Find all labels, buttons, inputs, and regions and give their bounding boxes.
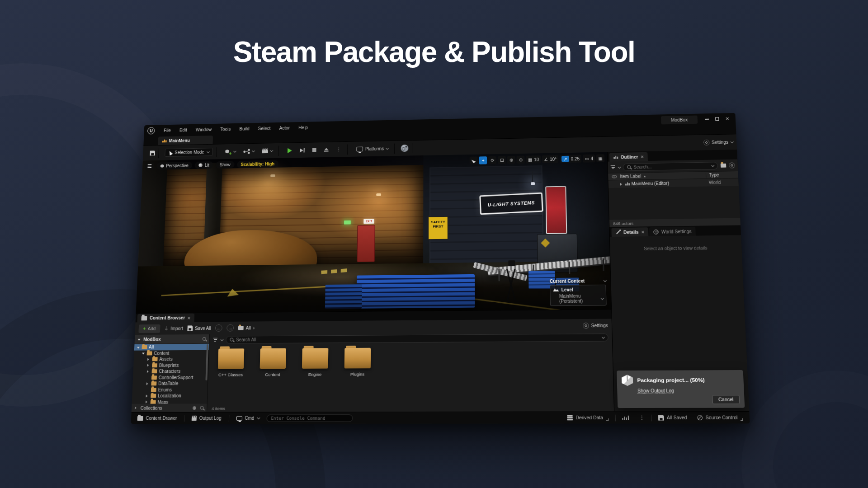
tab-details[interactable]: Details × [611,227,648,237]
rotation-snap-toggle[interactable]: ∠10° [542,155,558,163]
expand-arrow-icon[interactable] [620,183,623,185]
save-icon[interactable] [150,150,155,155]
search-icon[interactable] [200,406,203,409]
show-dropdown[interactable]: Show [216,161,235,169]
search-icon[interactable] [203,337,206,341]
tree-item-blueprints[interactable]: Blueprints [133,362,208,368]
add-collection-icon[interactable]: ⊕ [192,405,197,411]
steam-publish-tool-icon[interactable] [401,145,409,152]
chevron-down-icon[interactable] [711,164,714,167]
outliner-search-input[interactable] [633,163,709,169]
content-drawer-button[interactable]: Content Drawer [133,413,180,424]
settings-dropdown[interactable]: Settings [712,140,728,145]
close-icon[interactable]: × [641,155,644,159]
menu-actor[interactable]: Actor [275,124,294,132]
cinematics-dropdown[interactable] [259,147,275,155]
surface-snapping-toggle[interactable]: ⊙ [517,156,525,164]
close-button[interactable]: × [726,117,729,121]
asset-folder-plugins[interactable]: Plugins [341,348,374,377]
grid-snap-toggle[interactable]: ▦10 [526,155,541,164]
scalability-dropdown[interactable]: Scalability: High [237,160,278,169]
eject-button[interactable] [321,146,331,153]
outliner-empty-space[interactable] [609,186,740,220]
select-tool[interactable] [470,157,478,165]
play-options-kebab[interactable]: ⋮ [334,145,344,154]
tree-item-enums[interactable]: Enums [132,386,208,393]
status-kebab-menu[interactable]: ⋮ [635,412,648,423]
menu-build[interactable]: Build [236,125,254,133]
tree-item-all[interactable]: All [134,344,209,350]
menu-file[interactable]: File [160,126,175,134]
outliner-settings-gear-icon[interactable] [729,162,735,168]
save-all-button[interactable]: Save All [187,325,211,331]
back-button[interactable]: ← [215,324,222,332]
collections-section[interactable]: Collections ⊕ [132,404,207,412]
all-saved-button[interactable]: All Saved [654,412,691,423]
world-coordinate-toggle[interactable]: ⊕ [507,156,515,164]
scale-tool[interactable]: ⊡ [498,156,506,164]
cmd-dropdown[interactable]: Cmd [232,412,263,424]
tree-item-assets[interactable]: Assets [134,356,209,362]
maximize-viewport-toggle[interactable]: ▦ [596,154,605,162]
menu-select[interactable]: Select [254,124,274,132]
tree-item-datatable[interactable]: DataTable [132,380,208,387]
filter-icon[interactable] [213,338,217,342]
visibility-column[interactable] [608,175,620,178]
menu-edit[interactable]: Edit [175,126,191,134]
viewport[interactable]: U-LIGHT SYSTEMS SAFETY FIRST EXIT [136,152,612,313]
new-folder-button[interactable] [721,163,726,167]
lit-dropdown[interactable]: Lit [195,161,213,169]
console-command-input[interactable] [271,415,348,420]
source-control-button[interactable]: Source Control [693,412,747,423]
forward-button[interactable]: → [227,324,234,332]
tree-item-localization[interactable]: Localization [132,393,207,399]
add-actor-dropdown[interactable]: + [222,148,238,156]
minimize-button[interactable] [705,119,709,120]
tab-content-browser[interactable]: Content Browser × [137,314,195,323]
performance-chart-button[interactable] [618,412,633,423]
tab-outliner[interactable]: Outliner × [609,152,648,162]
perspective-dropdown[interactable]: Perspective [156,162,193,169]
show-output-log-link[interactable]: Show Output Log [637,388,674,394]
close-icon[interactable]: × [188,315,191,320]
asset-folder-cpp-classes[interactable]: C++ Classes [214,348,247,377]
cancel-button[interactable]: Cancel [712,395,740,404]
asset-search-input[interactable] [236,335,599,342]
frame-skip-button[interactable] [297,147,307,154]
filter-icon[interactable] [611,165,615,169]
asset-folder-engine[interactable]: Engine [299,348,332,377]
menu-tools[interactable]: Tools [216,125,235,133]
tree-item-maps[interactable]: Maps [132,399,207,404]
tree-item-characters[interactable]: Characters [133,368,208,375]
unreal-engine-logo-icon[interactable]: U [147,127,155,134]
menu-help[interactable]: Help [294,123,311,131]
viewport-options-menu[interactable] [145,163,155,170]
selection-mode-dropdown[interactable]: Selection Mode [165,148,213,157]
output-log-button[interactable]: Output Log [188,413,226,424]
tree-item-controllersupport[interactable]: ControllerSupport [133,374,208,380]
breadcrumb[interactable]: All › [238,325,255,330]
derived-data-button[interactable]: Derived Data [563,412,612,423]
item-label-column-header[interactable]: Item Label ▲ [620,173,706,179]
import-button[interactable]: ⇩Import [164,325,183,331]
rotate-tool[interactable]: ⟳ [489,156,497,164]
add-button[interactable]: +Add [138,324,160,333]
maximize-button[interactable] [716,117,719,121]
level-select-dropdown[interactable]: MainMenu (Persistent) [553,293,603,304]
current-context-header[interactable]: Current Context [550,278,606,284]
chevron-down-icon[interactable] [602,335,605,338]
sources-header[interactable]: ModBox [135,334,209,344]
scale-snap-toggle[interactable]: ↗0,25 [560,155,581,163]
tab-mainmenu[interactable]: MainMenu [158,136,213,145]
tab-world-settings[interactable]: World Settings [649,227,696,236]
platforms-dropdown[interactable]: Platforms [354,145,391,153]
content-browser-settings[interactable]: Settings [583,322,608,328]
asset-folder-content[interactable]: Content [256,348,289,377]
play-button[interactable] [285,146,295,154]
type-column-header[interactable]: Type [706,172,738,178]
stop-button[interactable] [310,147,319,154]
camera-speed[interactable]: ▭4 [583,155,595,163]
menu-window[interactable]: Window [192,126,216,134]
close-icon[interactable]: × [641,230,644,234]
tree-item-content[interactable]: Content [134,350,208,356]
